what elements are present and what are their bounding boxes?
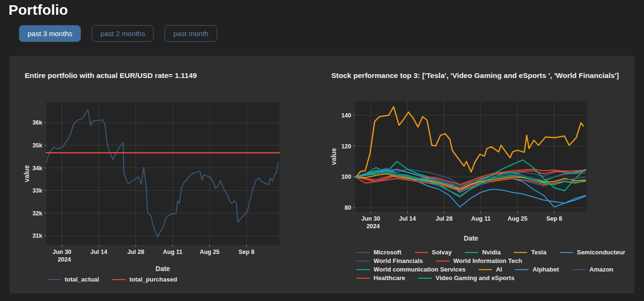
legend-item[interactable]: World Information Tech xyxy=(436,257,522,264)
legend-label: World communication Services xyxy=(374,266,465,273)
legend-row: World FinancialsWorld Information Tech xyxy=(356,257,625,264)
svg-text:Aug 11: Aug 11 xyxy=(471,215,490,222)
charts-card: Entire portfolio with actual EUR/USD rat… xyxy=(10,56,634,293)
legend-item[interactable]: AI xyxy=(479,266,502,273)
stock-chart-xlabel: Date xyxy=(355,234,587,242)
legend-line-swatch xyxy=(572,269,586,270)
svg-text:Jun 30: Jun 30 xyxy=(52,249,71,255)
legend-item[interactable]: Alphabet xyxy=(515,266,559,273)
svg-text:Jun 30: Jun 30 xyxy=(361,215,380,222)
svg-text:Aug 11: Aug 11 xyxy=(163,249,183,255)
svg-text:Sep 8: Sep 8 xyxy=(546,215,562,222)
svg-text:100: 100 xyxy=(341,174,351,180)
legend-label: Microsoft xyxy=(374,249,402,256)
portfolio-chart-ylabel: value xyxy=(23,150,30,197)
legend-line-swatch xyxy=(465,252,478,253)
legend-row: total_actualtotal_purchased xyxy=(48,276,177,283)
svg-text:31k: 31k xyxy=(32,233,42,239)
legend-item[interactable]: Video Gaming and eSports xyxy=(418,274,514,282)
legend-line-swatch xyxy=(356,252,370,253)
legend-item[interactable]: Solvay xyxy=(415,249,452,256)
legend-label: Video Gaming and eSports xyxy=(435,274,514,282)
range-button-past-3-months[interactable]: past 3 months xyxy=(19,25,81,42)
svg-text:80: 80 xyxy=(345,204,351,211)
legend-label: Nvidia xyxy=(482,249,500,256)
legend-line-swatch xyxy=(356,269,370,270)
legend-line-swatch xyxy=(418,278,432,279)
legend-line-swatch xyxy=(48,279,61,280)
legend-line-swatch xyxy=(356,278,370,279)
legend-label: total_actual xyxy=(65,276,99,283)
legend-item[interactable]: Semiconducteur xyxy=(560,249,625,256)
legend-label: Alphabet xyxy=(532,266,559,273)
svg-text:Jul 14: Jul 14 xyxy=(90,249,107,255)
svg-text:Aug 25: Aug 25 xyxy=(508,215,528,222)
svg-text:Jul 28: Jul 28 xyxy=(436,215,452,222)
svg-text:Sep 8: Sep 8 xyxy=(239,249,254,255)
legend-label: Solvay xyxy=(432,249,452,256)
svg-text:140: 140 xyxy=(341,112,351,119)
legend-item[interactable]: World Financials xyxy=(356,257,423,264)
legend-line-swatch xyxy=(514,252,527,253)
legend-label: World Financials xyxy=(374,257,423,264)
legend-label: Amazon xyxy=(589,266,614,273)
svg-text:2024: 2024 xyxy=(366,223,380,230)
portfolio-chart: 31k32k33k34k35k36kJun 302024Jul 14Jul 28… xyxy=(10,56,318,293)
range-button-past-month[interactable]: past month xyxy=(164,25,217,42)
legend-label: Healthcare xyxy=(374,274,405,282)
svg-text:35k: 35k xyxy=(32,142,42,149)
stock-chart-legend: MicrosoftSolvayNvidiaTeslaSemiconducteur… xyxy=(356,249,625,282)
legend-item[interactable]: Nvidia xyxy=(465,249,500,256)
legend-item[interactable]: total_actual xyxy=(48,276,99,283)
legend-item[interactable]: total_purchased xyxy=(112,276,177,283)
legend-item[interactable]: World communication Services xyxy=(356,266,465,273)
portfolio-page: Portfolio past 3 months past 2 months pa… xyxy=(0,0,644,301)
svg-text:Jul 28: Jul 28 xyxy=(127,249,144,255)
legend-line-swatch xyxy=(436,261,450,262)
legend-item[interactable]: Microsoft xyxy=(356,249,402,256)
legend-label: total_purchased xyxy=(129,276,177,283)
legend-item[interactable]: Amazon xyxy=(572,266,614,273)
svg-text:2024: 2024 xyxy=(58,256,71,263)
legend-line-swatch xyxy=(112,279,125,280)
legend-line-swatch xyxy=(479,269,492,270)
svg-text:120: 120 xyxy=(341,143,351,150)
portfolio-chart-legend: total_actualtotal_purchased xyxy=(48,276,177,283)
legend-item[interactable]: Healthcare xyxy=(356,274,405,282)
stock-chart-ylabel: value xyxy=(330,133,337,180)
legend-line-swatch xyxy=(560,252,573,253)
time-range-toolbar: past 3 months past 2 months past month xyxy=(19,25,217,42)
legend-row: MicrosoftSolvayNvidiaTeslaSemiconducteur xyxy=(356,249,625,256)
legend-row: HealthcareVideo Gaming and eSports xyxy=(356,274,625,282)
svg-text:Aug 25: Aug 25 xyxy=(200,249,220,255)
svg-text:Jul 14: Jul 14 xyxy=(399,215,416,222)
legend-label: Semiconducteur xyxy=(577,249,625,256)
svg-text:34k: 34k xyxy=(32,165,42,172)
legend-line-swatch xyxy=(515,269,529,270)
legend-line-swatch xyxy=(415,252,428,253)
range-button-past-2-months[interactable]: past 2 months xyxy=(92,25,154,42)
svg-text:36k: 36k xyxy=(32,119,42,126)
legend-label: World Information Tech xyxy=(453,257,522,264)
page-title: Portfolio xyxy=(9,2,68,18)
portfolio-chart-xlabel: Date xyxy=(46,265,279,272)
legend-line-swatch xyxy=(356,261,370,262)
svg-text:33k: 33k xyxy=(32,187,42,194)
legend-label: Tesla xyxy=(531,249,546,256)
svg-text:32k: 32k xyxy=(32,210,42,217)
legend-item[interactable]: Tesla xyxy=(514,249,546,256)
legend-row: World communication ServicesAIAlphabetAm… xyxy=(356,266,625,273)
legend-label: AI xyxy=(496,266,502,273)
